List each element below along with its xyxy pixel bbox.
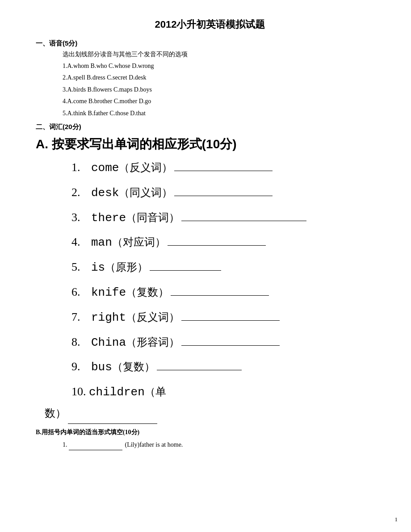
item7-hint: （反义词）: [126, 308, 180, 327]
q4-phonics: 4.A.come B.brother C.mother D.go: [36, 96, 384, 106]
item9-answer-line: [157, 369, 242, 370]
item8-hint: （形容词）: [126, 333, 180, 352]
section-b-q1-text: (Lily)father is at home.: [125, 441, 183, 448]
item5-word: is: [91, 257, 105, 278]
item8-answer-line: [181, 344, 280, 346]
item1-num: 1.: [71, 157, 89, 178]
word-item-8: 8. China （形容词）: [71, 332, 384, 353]
word-item-5: 5. is （原形）: [71, 257, 384, 278]
item3-word: there: [91, 208, 126, 229]
item2-word: desk: [91, 183, 119, 204]
q2-phonics: 2.A.spell B.dress C.secret D.desk: [36, 73, 384, 83]
section-b-q1-num: 1.: [63, 441, 67, 448]
section-b-q1-blank: [69, 449, 122, 450]
word-item-6: 6. knife （复数）: [71, 282, 384, 303]
page-title: 2012小升初英语模拟试题: [36, 18, 384, 31]
item3-num: 3.: [71, 207, 89, 228]
item7-num: 7.: [71, 307, 89, 328]
word-item-2: 2. desk （同义词）: [71, 182, 384, 204]
section2-header: 二、词汇(20分): [36, 123, 384, 131]
item7-word: right: [91, 307, 126, 328]
item6-num: 6.: [71, 282, 89, 303]
word-item-10: 10. children（单 数）: [71, 381, 384, 424]
item10-hint2: 数）: [45, 407, 66, 419]
word-item-7: 7. right （反义词）: [71, 307, 384, 328]
item9-word: bus: [91, 357, 112, 378]
item1-word: come: [91, 158, 119, 179]
item4-word: man: [91, 232, 112, 253]
section-b-q1: 1. (Lily)father is at home.: [36, 439, 384, 450]
item7-answer-line: [181, 319, 280, 321]
item4-hint: （对应词）: [112, 233, 166, 252]
word-item-4: 4. man （对应词）: [71, 232, 384, 253]
item5-answer-line: [150, 269, 221, 271]
q5-phonics: 5.A.think B.father C.those D.that: [36, 109, 384, 118]
item1-hint: （反义词）: [119, 158, 172, 177]
item3-answer-line: [181, 219, 306, 221]
item5-hint: （原形）: [105, 258, 148, 277]
item8-num: 8.: [71, 332, 89, 353]
section-a-title: A. 按要求写出单词的相应形式(10分): [36, 136, 384, 153]
word-item-3: 3. there （同音词）: [71, 207, 384, 229]
item8-word: China: [91, 332, 126, 353]
word-item-9: 9. bus （复数）: [71, 356, 384, 378]
item4-answer-line: [168, 244, 266, 246]
item2-num: 2.: [71, 182, 89, 203]
item3-hint: （同音词）: [126, 208, 180, 227]
item6-answer-line: [171, 294, 269, 296]
item9-num: 9.: [71, 356, 89, 377]
item4-num: 4.: [71, 232, 89, 253]
section1-header: 一、语音(5分): [36, 39, 384, 48]
item2-hint: （同义词）: [119, 183, 172, 202]
item1-answer-line: [174, 169, 273, 171]
item10-word: children: [89, 385, 145, 399]
item9-hint: （复数）: [112, 357, 155, 377]
item2-answer-line: [174, 194, 273, 196]
item10-num: 10.: [71, 385, 86, 398]
item10-answer-line: [68, 422, 157, 424]
item6-word: knife: [91, 282, 126, 303]
item6-hint: （复数）: [126, 283, 169, 302]
q3-phonics: 3.A.birds B.flowers C.maps D.boys: [36, 85, 384, 95]
word-item-1: 1. come （反义词）: [71, 157, 384, 179]
section-b-title: B.用括号内单词的适当形式填空(10分): [36, 428, 384, 436]
item10-hint: （单: [145, 386, 166, 398]
page-number: 1: [395, 516, 398, 523]
item5-num: 5.: [71, 257, 89, 278]
section1-instruction: 选出划线部分读音与其他三个发音不同的选项: [36, 50, 384, 59]
q1-phonics: 1.A.whom B.who C.whose D.wrong: [36, 61, 384, 71]
